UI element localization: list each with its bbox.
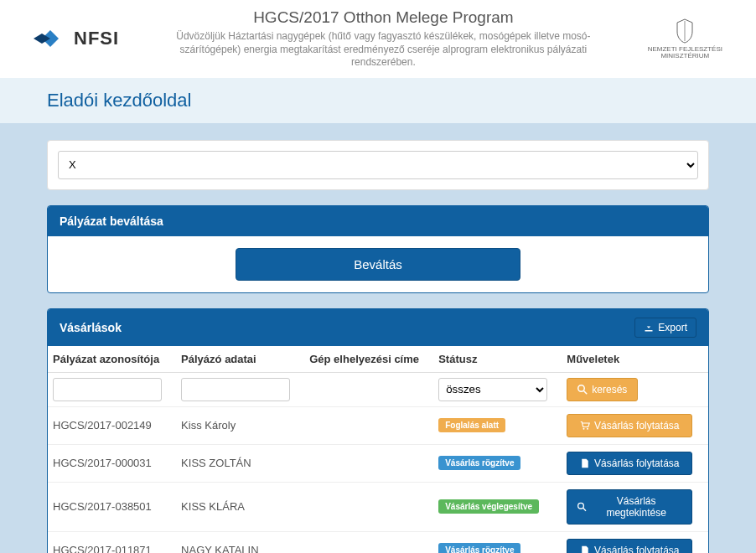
col-id: Pályázat azonosítója bbox=[48, 346, 176, 373]
header-subtitle: Üdvözöljük Háztartási nagygépek (hűtő va… bbox=[148, 30, 618, 70]
col-status: Státusz bbox=[433, 346, 562, 373]
cell-status: Vásárlás rögzítve bbox=[433, 444, 562, 482]
redeem-panel: Pályázat beváltása Beváltás bbox=[47, 205, 709, 293]
search-icon bbox=[577, 385, 588, 395]
status-badge: Foglalás alatt bbox=[438, 418, 505, 432]
page-title-bar: Eladói kezdőoldal bbox=[0, 78, 756, 123]
purchases-table: Pályázat azonosítója Pályázó adatai Gép … bbox=[48, 346, 708, 553]
cell-applicant: Kiss Károly bbox=[176, 406, 304, 444]
redeem-button[interactable]: Beváltás bbox=[236, 248, 520, 281]
cell-action: Vásárlás folytatása bbox=[562, 531, 708, 553]
cell-action: Vásárlás folytatása bbox=[562, 406, 708, 444]
cell-address bbox=[304, 531, 433, 553]
cell-applicant: KISS KLÁRA bbox=[176, 482, 304, 531]
purchases-panel-header: Vásárlások Export bbox=[48, 309, 708, 346]
cell-address bbox=[304, 482, 433, 531]
file-icon bbox=[580, 545, 590, 553]
cell-action: Vásárlás folytatása bbox=[562, 444, 708, 482]
ministry-line2: MINISZTÉRIUM bbox=[648, 53, 722, 59]
purchases-title: Vásárlások bbox=[60, 321, 122, 334]
cell-id: HGCS/2017-002149 bbox=[48, 406, 176, 444]
row-action-button[interactable]: Vásárlás folytatása bbox=[567, 539, 692, 553]
cell-status: Vásárlás rögzítve bbox=[433, 531, 562, 553]
cell-address bbox=[304, 444, 433, 482]
header-center: HGCS/2017 Otthon Melege Program Üdvözölj… bbox=[136, 8, 631, 70]
row-action-button[interactable]: Vásárlás megtekintése bbox=[567, 489, 692, 525]
cell-applicant: NAGY KATALIN bbox=[176, 531, 304, 553]
cart-icon bbox=[580, 421, 590, 431]
redeem-panel-header: Pályázat beváltása bbox=[48, 206, 708, 236]
cell-id: HGCS/2017-038501 bbox=[48, 482, 176, 531]
col-address: Gép elhelyezési címe bbox=[304, 346, 433, 373]
filter-status-select[interactable]: összes bbox=[438, 378, 547, 401]
col-actions: Műveletek bbox=[562, 346, 708, 373]
table-row: HGCS/2017-002149Kiss KárolyFoglalás alat… bbox=[48, 406, 708, 444]
table-row: HGCS/2017-038501KISS KLÁRAVásárlás végle… bbox=[48, 482, 708, 531]
logo-text: NFSI bbox=[74, 28, 119, 49]
cell-applicant: KISS ZOLTÁN bbox=[176, 444, 304, 482]
cell-action: Vásárlás megtekintése bbox=[562, 482, 708, 531]
cell-address bbox=[304, 406, 433, 444]
crest-icon bbox=[676, 18, 694, 44]
filter-applicant-input[interactable] bbox=[181, 378, 290, 401]
svg-point-5 bbox=[583, 428, 585, 430]
cell-status: Foglalás alatt bbox=[433, 406, 562, 444]
table-row: HGCS/2017-011871NAGY KATALINVásárlás rög… bbox=[48, 531, 708, 553]
status-badge: Vásárlás véglegesítve bbox=[438, 499, 539, 514]
store-select-panel: X bbox=[47, 140, 709, 190]
filter-id-input[interactable] bbox=[53, 378, 162, 401]
purchases-panel: Vásárlások Export Pályázat azonosítója P… bbox=[47, 308, 709, 553]
ministry-block: NEMZETI FEJLESZTÉSI MINISZTÉRIUM bbox=[648, 18, 722, 59]
search-icon bbox=[577, 502, 587, 512]
status-badge: Vásárlás rögzítve bbox=[438, 456, 520, 470]
row-action-button[interactable]: Vásárlás folytatása bbox=[567, 452, 692, 475]
table-row: HGCS/2017-000031KISS ZOLTÁNVásárlás rögz… bbox=[48, 444, 708, 482]
page-title: Eladói kezdőoldal bbox=[47, 90, 709, 111]
col-applicant: Pályázó adatai bbox=[176, 346, 304, 373]
cell-id: HGCS/2017-000031 bbox=[48, 444, 176, 482]
export-icon bbox=[644, 323, 654, 333]
cell-id: HGCS/2017-011871 bbox=[48, 531, 176, 553]
svg-point-6 bbox=[587, 428, 588, 430]
file-icon bbox=[580, 458, 590, 468]
svg-line-8 bbox=[583, 508, 586, 510]
logo: NFSI bbox=[34, 27, 119, 50]
export-button[interactable]: Export bbox=[634, 318, 696, 338]
status-badge: Vásárlás rögzítve bbox=[438, 543, 520, 553]
search-button[interactable]: keresés bbox=[567, 378, 638, 401]
svg-line-4 bbox=[584, 390, 588, 394]
svg-point-7 bbox=[578, 503, 584, 509]
header-title: HGCS/2017 Otthon Melege Program bbox=[136, 8, 631, 27]
store-select[interactable]: X bbox=[58, 151, 698, 179]
nfsi-logo-icon bbox=[34, 27, 67, 50]
cell-status: Vásárlás véglegesítve bbox=[433, 482, 562, 531]
svg-point-3 bbox=[578, 385, 585, 392]
row-action-button[interactable]: Vásárlás folytatása bbox=[567, 414, 692, 437]
app-header: NFSI HGCS/2017 Otthon Melege Program Üdv… bbox=[0, 0, 756, 78]
